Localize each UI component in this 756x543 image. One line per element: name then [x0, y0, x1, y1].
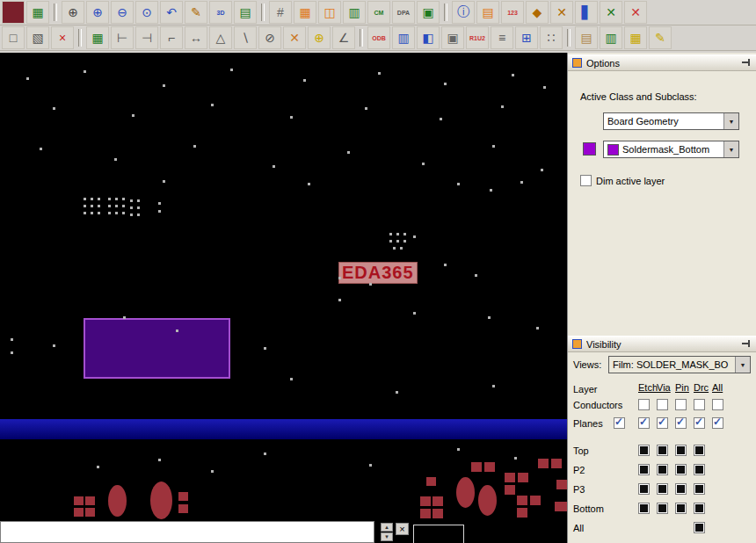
waive-drc-icon[interactable]: ✕ — [600, 1, 622, 24]
views-dropdown[interactable]: Film: SOLDER_MASK_BO ▼ — [608, 356, 751, 373]
trim-icon[interactable]: ✕ — [283, 26, 306, 49]
visibility-checkbox[interactable] — [712, 417, 723, 429]
color-swatch-icon[interactable] — [2, 1, 25, 24]
dimension-angular-icon[interactable]: △ — [209, 26, 232, 49]
scroll-up-button[interactable]: ▲ — [381, 523, 393, 532]
column-header-etch[interactable]: Etch — [638, 382, 658, 393]
view-window-thumb[interactable] — [413, 525, 464, 543]
clipboard-icon[interactable]: ▤ — [575, 26, 598, 49]
odb-export-icon[interactable]: ODB — [367, 26, 390, 49]
lib-books-icon[interactable]: ▥ — [600, 26, 622, 49]
pin-icon[interactable] — [742, 340, 752, 348]
refdes-icon[interactable]: R1U2 — [466, 26, 489, 49]
dimension-linear-icon[interactable]: ⊢ — [111, 26, 134, 49]
3d-view-icon[interactable]: 3D — [209, 1, 232, 24]
layer-color-swatch[interactable] — [694, 503, 705, 514]
column-header-via[interactable]: Via — [657, 382, 671, 393]
column-header-pin[interactable]: Pin — [675, 382, 689, 393]
grid-edit-icon[interactable]: ▦ — [624, 26, 647, 49]
layer-color-swatch[interactable] — [657, 445, 668, 456]
select-rect-icon[interactable]: □ — [2, 26, 25, 49]
column-header-drc[interactable]: Drc — [694, 382, 709, 393]
dim-active-layer-row[interactable]: Dim active layer — [580, 175, 665, 186]
dimension-datum-icon[interactable]: ⌐ — [160, 26, 183, 49]
layer-color-swatch[interactable] — [638, 464, 650, 475]
highlight-icon[interactable]: ▧ — [26, 26, 49, 49]
sketch-icon[interactable]: ✎ — [649, 26, 672, 49]
subclass-color-swatch[interactable] — [583, 142, 596, 156]
paint-icon[interactable]: ◆ — [526, 1, 549, 24]
layer-color-swatch[interactable] — [638, 445, 650, 456]
circle-null-icon[interactable]: ⊘ — [258, 26, 281, 49]
scroll-down-button[interactable]: ▼ — [381, 532, 393, 541]
layer-color-swatch[interactable] — [675, 464, 687, 475]
subclass-dropdown[interactable]: Soldermask_Bottom ▼ — [603, 141, 739, 158]
delete-mode-icon[interactable]: ✕ — [624, 1, 647, 24]
cross-section-icon[interactable]: ▥ — [343, 1, 366, 24]
soldermask-shape[interactable] — [84, 318, 230, 379]
layer-color-swatch[interactable] — [657, 503, 668, 514]
pcb-canvas[interactable]: EDA365 ▲ ▼ × — [0, 53, 567, 543]
visibility-checkbox[interactable] — [657, 399, 668, 410]
plane-band[interactable] — [0, 419, 567, 439]
visibility-checkbox[interactable] — [694, 417, 705, 429]
zoom-in-icon[interactable]: ⊕ — [86, 1, 109, 24]
zoom-out-icon[interactable]: ⊖ — [111, 1, 134, 24]
dim-active-layer-checkbox[interactable] — [580, 175, 592, 186]
layer-color-swatch[interactable] — [694, 445, 705, 456]
padstack-edit-icon[interactable]: ◫ — [318, 1, 341, 24]
shadow-mode-icon[interactable]: ▦ — [294, 1, 316, 24]
find-center-icon[interactable]: ⊕ — [308, 26, 331, 49]
command-input[interactable] — [0, 521, 374, 543]
zoom-by-points-icon[interactable]: ⊕ — [62, 1, 84, 24]
layer-color-swatch[interactable] — [638, 483, 650, 495]
layer-color-swatch[interactable] — [657, 483, 668, 495]
visibility-checkbox[interactable] — [694, 399, 705, 410]
fix-icon[interactable]: ✕ — [550, 1, 573, 24]
dimension-leader-icon[interactable]: ↔ — [185, 26, 207, 49]
snapshot-icon[interactable]: ▣ — [441, 26, 464, 49]
place-component-icon[interactable]: ▦ — [86, 26, 109, 49]
layer-color-swatch[interactable] — [675, 445, 687, 456]
visibility-checkbox[interactable] — [657, 417, 668, 429]
zoom-previous-icon[interactable]: ↶ — [160, 1, 183, 24]
grid-toggle-icon[interactable]: # — [269, 1, 292, 24]
chamfer-icon[interactable]: ∠ — [332, 26, 355, 49]
visibility-checkbox[interactable] — [638, 417, 650, 429]
visibility-checkbox[interactable] — [712, 399, 723, 410]
zoom-world-icon[interactable]: ⊙ — [135, 1, 158, 24]
info-icon[interactable]: ⓘ — [452, 1, 475, 24]
visibility-checkbox[interactable] — [675, 417, 687, 429]
rules-check-icon[interactable]: ▣ — [417, 1, 440, 24]
layer-color-swatch[interactable] — [694, 522, 705, 533]
library-icon[interactable]: ▥ — [392, 26, 415, 49]
graphs-icon[interactable]: ▋ — [575, 1, 598, 24]
layer-color-swatch[interactable] — [694, 464, 705, 475]
flip-design-icon[interactable]: ▤ — [234, 1, 257, 24]
auto-number-icon[interactable]: 123 — [501, 1, 524, 24]
pin-array-icon[interactable]: ∷ — [540, 26, 563, 49]
layer-color-swatch[interactable] — [675, 483, 687, 495]
layer-color-swatch[interactable] — [638, 503, 650, 514]
visibility-checkbox[interactable] — [675, 399, 687, 410]
reports-icon[interactable]: ▤ — [476, 1, 499, 24]
constraint-manager-icon[interactable]: CM — [367, 1, 390, 24]
close-icon[interactable]: × — [396, 523, 409, 535]
dimension-h-icon[interactable]: ⊣ — [135, 26, 158, 49]
delete-icon[interactable]: × — [51, 26, 74, 49]
column-header-all[interactable]: All — [712, 382, 723, 393]
doc-audio-icon[interactable]: ◧ — [417, 26, 440, 49]
visibility-checkbox[interactable] — [614, 417, 625, 429]
class-dropdown[interactable]: Board Geometry ▼ — [603, 112, 739, 130]
draw-line-icon[interactable]: ∖ — [234, 26, 257, 49]
new-window-icon[interactable]: ⊞ — [515, 26, 538, 49]
redraw-icon[interactable]: ✎ — [185, 1, 207, 24]
notes-icon[interactable]: ≡ — [491, 26, 513, 49]
layer-color-swatch[interactable] — [675, 503, 687, 514]
dpa-check-icon[interactable]: DPA — [392, 1, 415, 24]
layer-color-swatch[interactable] — [657, 464, 668, 475]
stackup-icon[interactable]: ▦ — [26, 1, 49, 24]
pin-icon[interactable] — [742, 59, 752, 67]
visibility-checkbox[interactable] — [638, 399, 650, 410]
layer-color-swatch[interactable] — [694, 483, 705, 495]
